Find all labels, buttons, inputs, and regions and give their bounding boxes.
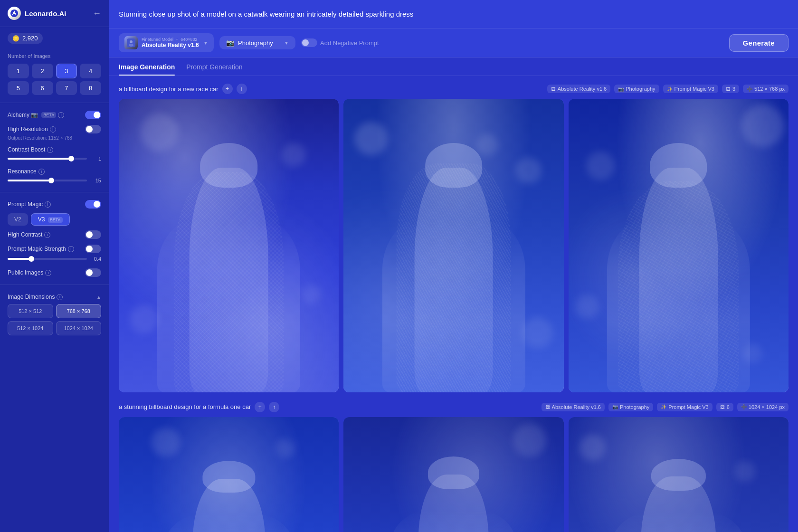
- resonance-thumb[interactable]: [48, 178, 54, 183]
- highres-info[interactable]: i: [50, 126, 56, 133]
- prompt-magic-setting: Prompt Magic i: [0, 197, 109, 211]
- model-dropdown-arrow: ▼: [203, 40, 208, 46]
- generation-row-2: a stunning billboard design for a formul…: [119, 402, 788, 532]
- count-btn-4[interactable]: 4: [80, 64, 101, 78]
- image-card-1-1[interactable]: [119, 99, 339, 392]
- generate-button[interactable]: Generate: [729, 34, 788, 52]
- pm-v3-button[interactable]: V3 BETA: [31, 213, 70, 226]
- gen-1-upload[interactable]: ↑: [237, 84, 247, 94]
- pm-strength-label: Prompt Magic Strength i: [8, 246, 74, 252]
- pm-version-buttons: V2 V3 BETA: [0, 211, 109, 228]
- gen-row-1-header: a billboard design for a new race car + …: [119, 84, 788, 94]
- hc-info[interactable]: i: [44, 232, 50, 238]
- image-card-2-1[interactable]: [119, 417, 339, 532]
- resonance-fill: [8, 180, 51, 181]
- beta-tag: BETA: [41, 112, 56, 118]
- dim-512-512[interactable]: 512 × 512: [8, 304, 53, 318]
- style-selector[interactable]: 📷 Photography ▼: [219, 36, 295, 49]
- dim-512-1024[interactable]: 512 × 1024: [8, 321, 53, 335]
- pm-v3-beta: BETA: [48, 217, 63, 223]
- svg-point-4: [129, 44, 133, 47]
- gen-1-tag-size: ➕ 512 × 768 px: [743, 85, 788, 93]
- style-dropdown-arrow: ▼: [284, 40, 289, 46]
- count-btn-7[interactable]: 7: [56, 81, 77, 95]
- resonance-setting: Resonance i 15: [0, 165, 109, 187]
- gen-1-tags: 🖼 Absolute Reality v1.6 📷 Photography ✨ …: [547, 85, 788, 93]
- count-btn-2[interactable]: 2: [32, 64, 53, 78]
- pm-strength-track[interactable]: [8, 258, 87, 260]
- count-btn-3[interactable]: 3: [56, 64, 77, 78]
- count-btn-6[interactable]: 6: [32, 81, 53, 95]
- figure-6: [610, 459, 747, 532]
- gen-1-tag-magic: ✨ Prompt Magic V3: [663, 85, 718, 93]
- pi-info[interactable]: i: [45, 270, 51, 276]
- prompt-magic-label: Prompt Magic i: [8, 201, 51, 208]
- tab-prompt-generation[interactable]: Prompt Generation: [186, 63, 242, 76]
- generation-row-1: a billboard design for a new race car + …: [119, 84, 788, 392]
- high-contrast-toggle[interactable]: [85, 230, 101, 239]
- public-images-toggle[interactable]: [85, 268, 101, 277]
- gen-2-add[interactable]: +: [255, 402, 265, 412]
- count-btn-5[interactable]: 5: [8, 81, 29, 95]
- svg-point-3: [130, 40, 133, 43]
- dimensions-chevron[interactable]: ▲: [96, 294, 101, 300]
- image-card-1-2[interactable]: [343, 99, 563, 392]
- dim-1024-1024[interactable]: 1024 × 1024: [56, 321, 102, 335]
- pm-strength-toggle[interactable]: [85, 245, 101, 253]
- model-selector[interactable]: Finetuned Model + 640×832 Absolute Reali…: [119, 33, 214, 52]
- pm-strength-thumb[interactable]: [28, 256, 34, 262]
- contrast-boost-setting: Contrast Boost i 1: [0, 143, 109, 165]
- gen-1-tag-style: 📷 Photography: [614, 85, 659, 93]
- prompt-bar: [109, 0, 798, 28]
- image-count-grid: 1 2 3 4 5 6 7 8: [0, 61, 109, 98]
- controls-bar: Finetuned Model + 640×832 Absolute Reali…: [109, 28, 798, 57]
- dim-info[interactable]: i: [57, 294, 63, 300]
- gen-1-tag-model: 🖼 Absolute Reality v1.6: [547, 85, 610, 93]
- resonance-info[interactable]: i: [38, 169, 45, 175]
- gen-2-upload[interactable]: ↑: [269, 402, 279, 412]
- dimensions-label: Image Dimensions i: [8, 294, 63, 300]
- number-of-images-label: Number of Images: [0, 49, 109, 61]
- high-contrast-setting: High Contrast i: [0, 228, 109, 242]
- model-name: Absolute Reality v1.6: [142, 42, 200, 48]
- back-button[interactable]: ←: [93, 9, 101, 19]
- style-icon: 📷: [226, 39, 234, 47]
- pm-info[interactable]: i: [45, 201, 51, 208]
- gen-2-tag-size: ➕ 1024 × 1024 px: [737, 403, 788, 411]
- pm-strength-setting: Prompt Magic Strength i 0.4: [0, 242, 109, 266]
- model-info: Finetuned Model + 640×832 Absolute Reali…: [142, 37, 200, 48]
- count-btn-8[interactable]: 8: [80, 81, 101, 95]
- image-card-2-3[interactable]: [569, 417, 788, 532]
- negative-prompt-toggle[interactable]: [301, 38, 317, 47]
- high-resolution-label: High Resolution i: [8, 126, 56, 133]
- resonance-track[interactable]: [8, 180, 87, 181]
- style-label: Photography: [238, 39, 280, 47]
- alchemy-toggle[interactable]: [85, 111, 101, 119]
- contrast-value: 1: [91, 156, 101, 162]
- gen-1-add[interactable]: +: [222, 84, 233, 94]
- logo-icon: [8, 7, 21, 20]
- alchemy-info[interactable]: i: [58, 112, 64, 118]
- prompt-magic-toggle[interactable]: [85, 200, 101, 209]
- dim-768-768[interactable]: 768 × 768: [56, 304, 102, 318]
- gen-2-tag-magic: ✨ Prompt Magic V3: [657, 403, 712, 411]
- model-avatar: [124, 36, 138, 49]
- contrast-info[interactable]: i: [47, 147, 53, 153]
- image-card-1-3[interactable]: [569, 99, 788, 392]
- gen-1-prompt: a billboard design for a new race car + …: [119, 84, 247, 94]
- divider-3: [0, 285, 109, 285]
- token-badge[interactable]: 🪙 2,920: [8, 33, 43, 44]
- count-btn-1[interactable]: 1: [8, 64, 29, 78]
- dimensions-header: Image Dimensions i ▲: [0, 290, 109, 302]
- contrast-thumb[interactable]: [68, 156, 74, 162]
- public-images-label: Public Images i: [8, 269, 51, 276]
- negative-prompt-area[interactable]: Add Negative Prompt: [301, 38, 723, 47]
- high-resolution-toggle[interactable]: [85, 125, 101, 133]
- tab-image-generation[interactable]: Image Generation: [119, 63, 175, 76]
- pms-info[interactable]: i: [68, 246, 74, 252]
- prompt-input[interactable]: [119, 10, 788, 18]
- gen-2-tag-count: 🖼 6: [716, 403, 733, 411]
- contrast-track[interactable]: [8, 158, 87, 160]
- pm-v2-button[interactable]: V2: [8, 213, 28, 226]
- image-card-2-2[interactable]: [343, 417, 563, 532]
